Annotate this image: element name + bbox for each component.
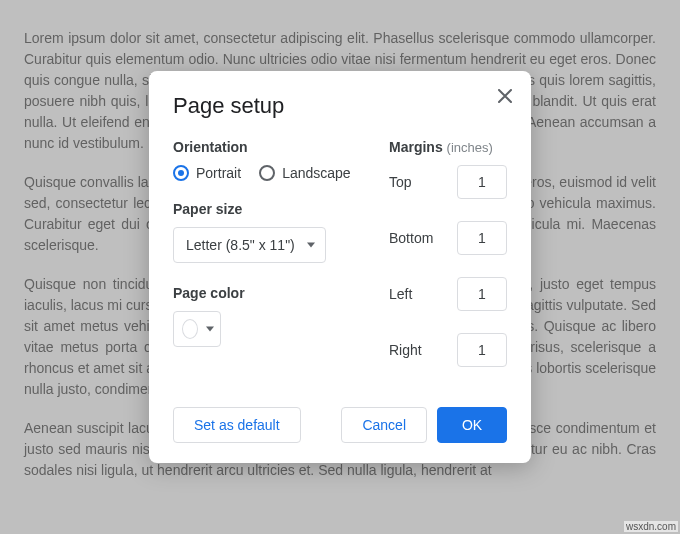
color-swatch-icon [182,319,198,339]
radio-label: Landscape [282,165,351,181]
margin-right-label: Right [389,342,422,358]
margins-label-text: Margins [389,139,443,155]
radio-unchecked-icon [259,165,275,181]
set-as-default-button[interactable]: Set as default [173,407,301,443]
margin-right-input[interactable] [457,333,507,367]
paper-size-label: Paper size [173,201,367,217]
margin-bottom-input[interactable] [457,221,507,255]
close-icon [498,87,512,108]
chevron-down-icon [206,327,214,332]
orientation-portrait-radio[interactable]: Portrait [173,165,241,181]
modal-overlay: Page setup Orientation Portrait Landscap… [0,0,680,534]
margins-label: Margins (inches) [389,139,507,155]
close-button[interactable] [493,85,517,109]
page-color-label: Page color [173,285,367,301]
radio-checked-icon [173,165,189,181]
orientation-landscape-radio[interactable]: Landscape [259,165,351,181]
radio-label: Portrait [196,165,241,181]
page-color-select[interactable] [173,311,221,347]
watermark-text: wsxdn.com [624,521,678,532]
chevron-down-icon [307,243,315,248]
ok-button[interactable]: OK [437,407,507,443]
margin-left-input[interactable] [457,277,507,311]
margins-units: (inches) [447,140,493,155]
orientation-label: Orientation [173,139,367,155]
margin-top-label: Top [389,174,412,190]
margin-bottom-label: Bottom [389,230,433,246]
paper-size-select[interactable]: Letter (8.5" x 11") [173,227,326,263]
cancel-button[interactable]: Cancel [341,407,427,443]
select-value: Letter (8.5" x 11") [186,237,295,253]
margin-top-input[interactable] [457,165,507,199]
margin-left-label: Left [389,286,412,302]
page-setup-dialog: Page setup Orientation Portrait Landscap… [149,71,531,463]
dialog-title: Page setup [173,93,507,119]
